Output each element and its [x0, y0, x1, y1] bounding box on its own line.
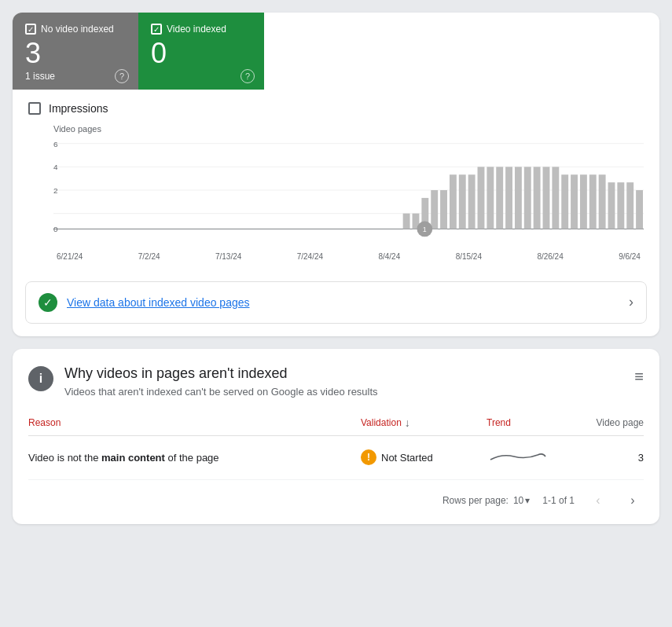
rows-per-page-label: Rows per page:: [442, 495, 509, 506]
rows-per-page-select[interactable]: 10 ▾: [513, 495, 530, 506]
svg-rect-16: [468, 174, 476, 229]
svg-rect-26: [561, 174, 568, 229]
cell-validation: ! Not Started: [361, 449, 487, 465]
stats-row: ✓ No video indexed 3 1 issue ? ✓ Video i…: [13, 13, 659, 90]
why-section: i Why videos in pages aren't indexed Vid…: [13, 349, 659, 524]
video-indexed-stat[interactable]: ✓ Video indexed 0 ?: [138, 13, 264, 90]
svg-rect-30: [599, 174, 606, 229]
no-video-label: ✓ No video indexed: [25, 24, 123, 35]
cell-trend: [487, 447, 581, 468]
svg-rect-25: [552, 167, 559, 229]
next-page-button[interactable]: ›: [622, 490, 644, 512]
svg-rect-20: [505, 167, 512, 229]
video-indexed-checkbox: ✓: [151, 24, 162, 35]
view-indexed-link[interactable]: ✓ View data about indexed video pages ›: [25, 281, 647, 324]
cell-reason: Video is not the main content of the pag…: [28, 452, 361, 464]
x-label-1: 6/21/24: [57, 252, 83, 261]
svg-rect-13: [440, 190, 447, 229]
svg-rect-29: [589, 174, 597, 229]
svg-rect-31: [608, 182, 615, 229]
svg-rect-22: [524, 167, 531, 229]
rows-dropdown-icon: ▾: [525, 495, 530, 506]
col-header-trend: Trend: [487, 417, 581, 428]
svg-rect-14: [450, 174, 457, 229]
link-left: ✓ View data about indexed video pages: [39, 293, 250, 312]
impressions-label: Impressions: [49, 102, 108, 115]
why-left: i Why videos in pages aren't indexed Vid…: [28, 365, 378, 398]
svg-text:4: 4: [53, 163, 58, 171]
validation-status: Not Started: [381, 452, 433, 464]
chevron-right-icon: ›: [629, 294, 633, 310]
video-indexed-help-icon[interactable]: ?: [241, 69, 255, 83]
warning-icon: !: [361, 449, 376, 465]
svg-rect-23: [534, 167, 541, 229]
svg-rect-28: [580, 174, 587, 229]
link-text: View data about indexed video pages: [67, 296, 250, 309]
svg-rect-12: [431, 190, 438, 229]
svg-rect-33: [626, 182, 633, 229]
svg-rect-34: [636, 190, 643, 229]
x-label-2: 7/2/24: [138, 252, 160, 261]
col-header-validation: Validation ↓: [361, 416, 487, 429]
rows-per-page-value: 10: [513, 495, 523, 506]
x-label-7: 8/26/24: [537, 252, 563, 261]
chart-section: Impressions Video pages 6 4 2 0: [13, 90, 659, 275]
video-indexed-label: ✓ Video indexed: [151, 24, 248, 35]
page-info: 1-1 of 1: [542, 495, 575, 506]
svg-text:6: 6: [53, 139, 58, 148]
check-circle-icon: ✓: [39, 293, 57, 312]
svg-rect-18: [487, 167, 494, 229]
svg-text:0: 0: [53, 225, 58, 233]
svg-rect-27: [571, 174, 578, 229]
chart-area: Video pages 6 4 2 0: [28, 124, 644, 262]
svg-text:2: 2: [53, 186, 58, 195]
no-video-help-icon[interactable]: ?: [115, 69, 129, 83]
svg-rect-9: [403, 213, 410, 229]
x-label-5: 8/4/24: [378, 252, 400, 261]
table-row[interactable]: Video is not the main content of the pag…: [28, 436, 644, 480]
chart-svg: 6 4 2 0: [53, 137, 644, 247]
chart-container: 6 4 2 0: [53, 137, 644, 262]
x-label-6: 8/15/24: [456, 252, 482, 261]
x-label-3: 7/13/24: [215, 252, 241, 261]
svg-rect-17: [478, 167, 485, 229]
issues-table: Reason Validation ↓ Trend Video page Vid…: [28, 410, 644, 524]
svg-rect-24: [543, 167, 550, 229]
why-subtitle: Videos that aren't indexed can't be serv…: [64, 386, 378, 398]
svg-rect-32: [617, 182, 624, 229]
main-card: ✓ No video indexed 3 1 issue ? ✓ Video i…: [13, 13, 659, 336]
filter-icon[interactable]: ≡: [634, 368, 644, 386]
no-video-stat[interactable]: ✓ No video indexed 3 1 issue ?: [13, 13, 138, 90]
why-title: Why videos in pages aren't indexed: [64, 365, 378, 383]
x-label-4: 7/24/24: [297, 252, 323, 261]
table-header: Reason Validation ↓ Trend Video page: [28, 410, 644, 436]
video-pages-label: Video pages: [53, 124, 644, 134]
svg-rect-21: [515, 167, 522, 229]
svg-text:1: 1: [423, 226, 427, 233]
video-indexed-number: 0: [151, 38, 248, 69]
trend-sparkline: [487, 447, 549, 466]
info-icon: i: [28, 366, 53, 391]
x-label-8: 9/6/24: [619, 252, 641, 261]
impressions-checkbox[interactable]: [28, 102, 41, 115]
pagination-row: Rows per page: 10 ▾ 1-1 of 1 ‹ ›: [28, 480, 644, 524]
svg-rect-19: [496, 167, 503, 229]
why-header: i Why videos in pages aren't indexed Vid…: [28, 365, 644, 398]
no-video-issue: 1 issue: [25, 71, 123, 82]
svg-rect-15: [459, 174, 466, 229]
col-header-videopage: Video page: [581, 417, 644, 428]
x-axis: 6/21/24 7/2/24 7/13/24 7/24/24 8/4/24 8/…: [53, 252, 644, 261]
no-video-number: 3: [25, 38, 123, 69]
rows-per-page: Rows per page: 10 ▾: [442, 495, 530, 506]
cell-videopage: 3: [581, 452, 644, 464]
why-card: i Why videos in pages aren't indexed Vid…: [13, 349, 659, 524]
why-title-group: Why videos in pages aren't indexed Video…: [64, 365, 378, 398]
no-video-checkbox: ✓: [25, 24, 36, 35]
col-header-reason: Reason: [28, 417, 361, 428]
sort-down-icon[interactable]: ↓: [405, 416, 410, 429]
prev-page-button[interactable]: ‹: [587, 490, 609, 512]
impressions-row: Impressions: [28, 102, 644, 115]
